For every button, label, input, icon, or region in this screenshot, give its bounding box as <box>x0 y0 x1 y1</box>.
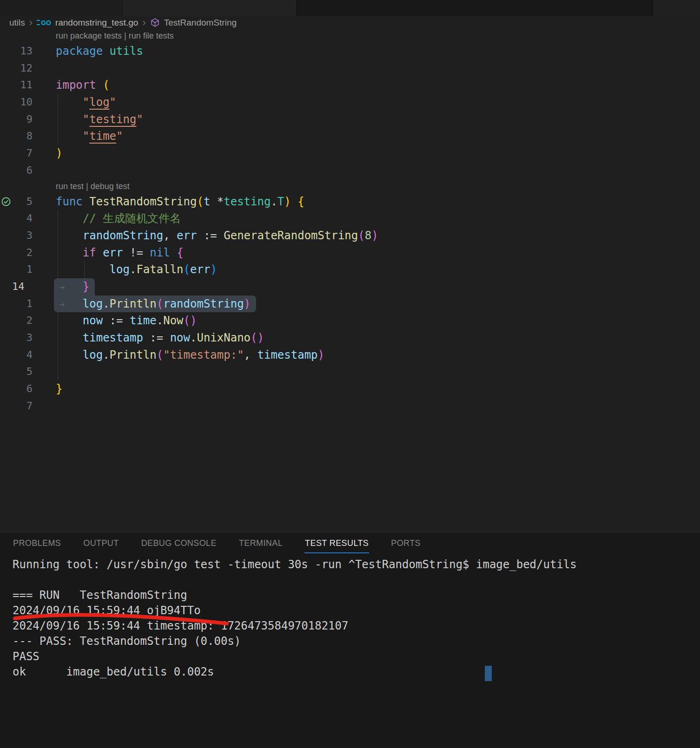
code-content[interactable]: "time" <box>33 128 700 145</box>
code-content[interactable]: // 生成随机文件名 <box>33 210 700 227</box>
code-line: 4 // 生成随机文件名 <box>0 210 700 227</box>
panel-tab-terminal[interactable]: TERMINAL <box>238 534 283 553</box>
line-number[interactable]: 3 <box>12 329 33 347</box>
gutter: 1 <box>0 261 33 278</box>
codelens-link[interactable]: debug test <box>91 182 130 191</box>
code-token: // 生成随机文件名 <box>83 212 181 225</box>
breadcrumb-symbol[interactable]: TestRandomString <box>164 18 237 28</box>
line-number[interactable]: 4 <box>12 210 33 227</box>
output-line: PASS <box>13 649 700 664</box>
breadcrumb: utils › GO randomstring_test.go › TestRa… <box>0 16 700 29</box>
gutter-icon-slot <box>0 347 12 364</box>
code-content[interactable]: timestamp := now.UnixNano() <box>33 329 700 347</box>
editor[interactable]: run package tests | run file tests13pack… <box>0 29 700 532</box>
panel-tab-output[interactable]: OUTPUT <box>83 534 119 553</box>
line-number[interactable]: 3 <box>12 227 33 244</box>
editor-tab-active[interactable] <box>124 0 296 16</box>
code-token: . <box>130 263 136 276</box>
code-line: 1 log.Fatalln(err) <box>0 261 700 278</box>
chevron-right-icon: › <box>29 18 33 27</box>
tab-bar-empty-space <box>296 0 654 16</box>
gutter: 7 <box>0 398 33 415</box>
code-token: " <box>136 113 143 126</box>
code-line: 6 <box>0 162 700 179</box>
test-pass-icon[interactable] <box>0 193 12 210</box>
codelens-row: run package tests | run file tests <box>0 29 700 43</box>
gutter-icon-slot <box>0 227 12 244</box>
gutter-icon-slot <box>0 295 12 313</box>
code-content[interactable]: log.Fatalln(err) <box>33 261 700 278</box>
code-token: ) <box>210 263 217 276</box>
panel-tab-problems[interactable]: PROBLEMS <box>13 534 61 553</box>
code-line: 10 "log" <box>0 94 700 111</box>
panel-tab-test-results[interactable]: TEST RESULTS <box>304 534 369 553</box>
symbol-cube-icon <box>150 18 160 27</box>
line-number[interactable]: 7 <box>12 145 33 162</box>
code-line: 3 timestamp := now.UnixNano() <box>0 329 700 347</box>
code-token: timestamp <box>258 348 318 361</box>
code-content[interactable] <box>33 60 700 77</box>
line-number[interactable]: 1 <box>12 261 33 278</box>
line-number[interactable]: 13 <box>12 43 33 60</box>
code-content[interactable]: if err != nil { <box>33 244 700 262</box>
output-line: === RUN TestRandomString <box>13 588 700 603</box>
code-token <box>56 263 110 276</box>
breadcrumb-folder[interactable]: utils <box>9 18 25 28</box>
code-token: 8 <box>365 229 371 242</box>
line-number[interactable]: 4 <box>12 347 33 364</box>
line-number[interactable]: 2 <box>12 244 33 262</box>
line-number[interactable]: 9 <box>12 111 33 128</box>
editor-tab-bar <box>0 0 700 16</box>
code-content[interactable] <box>33 398 700 415</box>
line-number[interactable]: 6 <box>12 162 33 179</box>
code-content[interactable]: "testing" <box>33 111 700 128</box>
line-number[interactable]: 14 <box>12 278 33 295</box>
editor-tab-inactive[interactable] <box>0 0 124 16</box>
line-number[interactable]: 7 <box>12 398 33 415</box>
output-line: Running tool: /usr/sbin/go test -timeout… <box>13 557 700 572</box>
code-content[interactable]: } <box>33 381 700 398</box>
code-content[interactable]: package utils <box>33 43 700 60</box>
code-token: ) <box>318 348 324 361</box>
code-content[interactable]: now := time.Now() <box>33 312 700 329</box>
line-number[interactable]: 10 <box>12 94 33 111</box>
line-number[interactable]: 5 <box>12 363 33 381</box>
line-number[interactable]: 2 <box>12 312 33 329</box>
gutter: 8 <box>0 128 33 145</box>
line-number[interactable]: 12 <box>12 60 33 77</box>
code-content[interactable]: → } <box>33 278 700 295</box>
code-content[interactable] <box>33 363 700 381</box>
code-content[interactable]: func TestRandomString(t *testing.T) { <box>33 193 700 210</box>
gutter-icon-slot <box>0 244 12 262</box>
code-content[interactable]: ) <box>33 145 700 162</box>
code-token: ( <box>197 195 203 208</box>
panel-tab-debug-console[interactable]: DEBUG CONSOLE <box>141 534 217 553</box>
vscode-window: utils › GO randomstring_test.go › TestRa… <box>0 0 700 748</box>
code-token: T <box>277 195 284 208</box>
codelens-link[interactable]: run test <box>56 182 84 191</box>
code-token: ) <box>258 331 264 344</box>
line-number[interactable]: 6 <box>12 381 33 398</box>
line-number[interactable]: 5 <box>12 193 33 210</box>
gutter: 3 <box>0 329 33 347</box>
code-content[interactable]: → log.Println(randomString) <box>33 295 700 313</box>
gutter: 2 <box>0 312 33 329</box>
code-token: . <box>103 297 109 310</box>
codelens-link[interactable]: run file tests <box>129 31 174 40</box>
code-line: 8 "time" <box>0 128 700 145</box>
line-number[interactable]: 8 <box>12 128 33 145</box>
output-line: 2024/09/16 15:59:44 ojB94TTo <box>13 603 700 618</box>
test-results-output: Running tool: /usr/sbin/go test -timeout… <box>0 553 700 680</box>
code-line: 11import ( <box>0 77 700 94</box>
line-number[interactable]: 1 <box>12 295 33 313</box>
code-content[interactable]: "log" <box>33 94 700 111</box>
panel-tab-ports[interactable]: PORTS <box>390 534 421 553</box>
code-content[interactable] <box>33 162 700 179</box>
code-content[interactable]: log.Println("timestamp:", timestamp) <box>33 347 700 364</box>
code-content[interactable]: randomString, err := GenerateRandomStrin… <box>33 227 700 244</box>
line-number[interactable]: 11 <box>12 77 33 94</box>
codelens-link[interactable]: run package tests <box>56 31 122 40</box>
code-content[interactable]: import ( <box>33 77 700 94</box>
code-token: , <box>163 229 177 242</box>
breadcrumb-file[interactable]: randomstring_test.go <box>55 18 139 28</box>
